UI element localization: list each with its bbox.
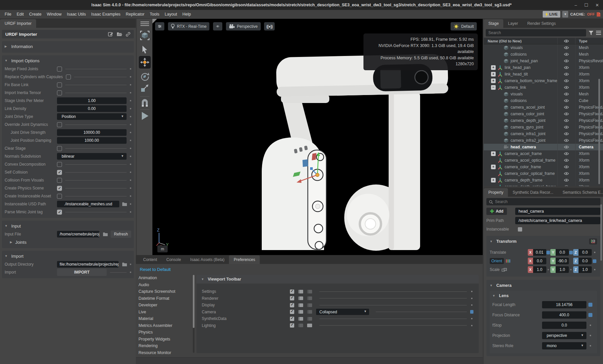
- stage-tree-row[interactable]: camera_gyro_joint PhysicsFixedJoint: [484, 124, 603, 130]
- folder-icon[interactable]: [103, 232, 108, 236]
- align-left-toggle[interactable]: [298, 310, 303, 314]
- option-dropdown[interactable]: bilinear: [57, 153, 127, 160]
- output-directory-field[interactable]: file:/home/cremebrule/projects/rep: [57, 261, 119, 268]
- stage-tree-row[interactable]: collisions Cube: [484, 97, 603, 104]
- reset-dot[interactable]: [130, 124, 131, 125]
- align-right-toggle[interactable]: [307, 290, 312, 293]
- visibility-eye-icon[interactable]: [564, 152, 569, 155]
- stage-tree-row[interactable]: joint_head_pan PhysicsRevoluteJoint: [484, 58, 603, 64]
- stage-tab[interactable]: Render Settings: [522, 19, 560, 28]
- scale-tool-icon[interactable]: [139, 84, 151, 92]
- stage-scrollbar[interactable]: [598, 79, 600, 184]
- option-field[interactable]: 1000.00: [57, 137, 127, 144]
- stage-tree-row[interactable]: link_head_tilt Xform: [484, 71, 603, 78]
- input-header[interactable]: ▼ Input: [5, 222, 131, 230]
- y-value[interactable]: 1.0: [556, 266, 569, 273]
- menu-item[interactable]: Isaac Utils: [64, 10, 89, 19]
- menu-item[interactable]: Window: [44, 10, 64, 19]
- align-right-toggle[interactable]: [307, 310, 312, 314]
- folder-open-icon[interactable]: [117, 32, 122, 36]
- stage-tab[interactable]: Layer: [503, 19, 522, 28]
- value-indicator[interactable]: [470, 310, 473, 314]
- refresh-button[interactable]: Refresh: [111, 231, 131, 238]
- reset-dot[interactable]: [130, 195, 131, 197]
- add-button[interactable]: ✚ Add: [486, 208, 507, 215]
- selection-mode-icon[interactable]: [139, 30, 151, 41]
- option-checkbox[interactable]: [57, 146, 62, 151]
- visibility-eye-icon[interactable]: [564, 66, 569, 69]
- information-header[interactable]: ▶ Information: [5, 42, 131, 51]
- reset-dot[interactable]: [130, 272, 131, 273]
- stage-tree-row[interactable]: camera_accel_optical_frame Xform: [484, 157, 603, 164]
- option-checkbox[interactable]: [57, 82, 62, 87]
- value-indicator[interactable]: [470, 291, 473, 292]
- reset-dot[interactable]: [130, 132, 131, 133]
- reset-dot[interactable]: [130, 116, 131, 117]
- stage-tree-row[interactable]: camera_bottom_screw_frame Xform: [484, 78, 603, 84]
- transform-header[interactable]: ▼ Transform: [490, 237, 597, 245]
- visibility-eye-icon[interactable]: [564, 159, 569, 162]
- folder-icon[interactable]: [122, 202, 127, 206]
- preferences-category[interactable]: Audio: [138, 283, 191, 289]
- input-file-field[interactable]: /home/cremebrule/project: [57, 231, 99, 237]
- stage-tree-row[interactable]: camera_infra2_joint PhysicsFixedJoint: [484, 137, 603, 144]
- reset-dot[interactable]: [130, 108, 131, 109]
- property-scrollbar[interactable]: [600, 204, 602, 261]
- preferences-category[interactable]: Animation: [138, 276, 191, 283]
- option-field[interactable]: 10000.00: [57, 129, 127, 136]
- menu-item[interactable]: Tools: [147, 10, 162, 19]
- lens-row-value[interactable]: perspective: [542, 332, 586, 339]
- z-value[interactable]: 0.0: [578, 258, 592, 264]
- viewport-toolbar-header[interactable]: ▼ Viewport Toolbar: [196, 275, 479, 284]
- folder-icon[interactable]: [122, 262, 127, 267]
- maximize-icon[interactable]: ☐: [584, 3, 588, 8]
- column-type[interactable]: Type: [576, 39, 603, 43]
- reset-dot[interactable]: [130, 76, 131, 78]
- menu-item[interactable]: Edit: [14, 10, 27, 19]
- x-value[interactable]: 1.0: [533, 266, 546, 273]
- visibility-eye-icon[interactable]: [564, 119, 569, 122]
- lens-row-value[interactable]: 0.0: [542, 322, 586, 329]
- stage-tree-row[interactable]: head_camera Camera: [484, 144, 603, 150]
- expand-toggle[interactable]: [491, 72, 496, 77]
- play-icon[interactable]: [139, 112, 151, 120]
- option-checkbox[interactable]: [57, 170, 62, 175]
- visibility-eye-icon[interactable]: [564, 53, 569, 56]
- value-indicator[interactable]: [586, 313, 594, 317]
- lens-row-value[interactable]: 18.14756: [542, 301, 586, 308]
- camera-menu-button[interactable]: Perspective: [226, 22, 261, 30]
- visibility-button[interactable]: [213, 22, 222, 30]
- visibility-eye-icon[interactable]: [564, 172, 569, 175]
- reset-dot[interactable]: [130, 164, 131, 165]
- bottom-tab[interactable]: Preferences: [229, 255, 260, 264]
- toolbar-row-checkbox[interactable]: [290, 323, 294, 328]
- property-tab[interactable]: Semantics Schema E...: [558, 188, 603, 197]
- x-value[interactable]: 0.01: [533, 249, 546, 256]
- stage-tree-row[interactable]: link_head_pan Xform: [484, 64, 603, 71]
- expand-toggle[interactable]: [491, 151, 496, 156]
- expand-toggle[interactable]: [491, 178, 496, 182]
- prim-path-field[interactable]: /stretch/camera_link/head_camera: [515, 217, 600, 224]
- option-checkbox[interactable]: [66, 75, 71, 79]
- stage-tree-row[interactable]: camera_depth_optical_frame Xform: [484, 183, 603, 186]
- column-name[interactable]: Name (Old to New): [484, 39, 557, 43]
- align-right-toggle[interactable]: [307, 303, 312, 307]
- menu-item[interactable]: Layout: [162, 10, 180, 19]
- option-checkbox[interactable]: [57, 178, 62, 183]
- move-tool-icon[interactable]: [139, 56, 151, 69]
- option-field[interactable]: ./instanceable_meshes.usd: [57, 201, 119, 207]
- visibility-eye-icon[interactable]: [564, 59, 569, 63]
- expand-toggle[interactable]: [491, 165, 496, 169]
- align-left-toggle[interactable]: [298, 324, 303, 327]
- option-checkbox[interactable]: [57, 67, 62, 72]
- y-value[interactable]: -90.0: [556, 258, 569, 264]
- instanceable-checkbox[interactable]: [518, 227, 522, 232]
- options-menu-icon[interactable]: [596, 31, 601, 35]
- reset-dot[interactable]: [130, 68, 131, 70]
- preferences-category[interactable]: Rendering: [138, 343, 191, 350]
- value-indicator[interactable]: [586, 335, 594, 336]
- visibility-eye-icon[interactable]: [564, 165, 569, 169]
- import-header[interactable]: ▼ Import: [5, 252, 131, 260]
- tab-urdf-importer[interactable]: URDF Importer: [0, 19, 36, 28]
- stage-search-input[interactable]: [486, 29, 586, 36]
